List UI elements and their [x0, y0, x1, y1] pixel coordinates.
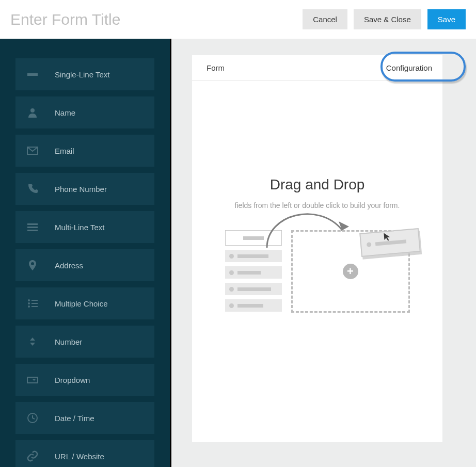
text-short-icon — [25, 68, 40, 80]
field-phone[interactable]: Phone Number — [15, 173, 154, 205]
person-icon — [25, 106, 40, 119]
field-label: Date / Time — [55, 414, 94, 423]
field-dropdown[interactable]: Dropdown — [15, 364, 154, 396]
body: Single-Line Text Name Email Phone Number — [0, 39, 476, 467]
svg-rect-11 — [27, 377, 38, 383]
dropzone-illustration: + — [192, 230, 442, 316]
link-icon — [25, 450, 40, 462]
text-lines-icon — [25, 221, 40, 233]
form-title-input[interactable] — [10, 11, 217, 28]
dropzone-title: Drag and Drop — [192, 176, 442, 193]
svg-rect-4 — [27, 230, 38, 231]
save-button[interactable]: Save — [427, 9, 466, 29]
field-label: URL / Website — [55, 452, 104, 461]
field-label: Name — [55, 108, 75, 117]
field-label: Number — [55, 337, 82, 346]
svg-point-5 — [28, 299, 30, 301]
tab-configuration[interactable]: Configuration — [386, 63, 432, 72]
arrow-icon — [257, 199, 355, 255]
sort-icon — [25, 335, 40, 348]
pin-icon — [25, 259, 40, 271]
clock-icon — [25, 412, 40, 424]
plus-icon: + — [343, 264, 358, 279]
envelope-icon — [25, 144, 40, 157]
svg-point-1 — [30, 108, 35, 112]
header-buttons: Cancel Save & Close Save — [303, 9, 466, 29]
main: Form Configuration Drag and Drop fields … — [171, 39, 476, 467]
cursor-icon — [382, 232, 392, 242]
svg-rect-10 — [31, 306, 38, 307]
tabs: Form Configuration — [192, 55, 442, 81]
field-url[interactable]: URL / Website — [15, 440, 154, 467]
field-single-line-text[interactable]: Single-Line Text — [15, 58, 154, 90]
dropzone[interactable]: Drag and Drop fields from the left or do… — [192, 81, 442, 316]
svg-point-7 — [28, 302, 30, 304]
field-label: Multi-Line Text — [55, 223, 104, 232]
cancel-button[interactable]: Cancel — [303, 9, 347, 29]
field-label: Email — [55, 147, 74, 155]
save-close-button[interactable]: Save & Close — [354, 9, 421, 29]
header: Cancel Save & Close Save — [0, 0, 476, 39]
field-email[interactable]: Email — [15, 135, 154, 167]
field-name[interactable]: Name — [15, 96, 154, 128]
field-address[interactable]: Address — [15, 249, 154, 281]
tab-form[interactable]: Form — [207, 63, 225, 72]
svg-point-9 — [28, 305, 30, 308]
phone-icon — [25, 183, 40, 195]
svg-rect-0 — [27, 73, 38, 76]
field-date-time[interactable]: Date / Time — [15, 402, 154, 434]
field-label: Dropdown — [55, 376, 90, 384]
sidebar: Single-Line Text Name Email Phone Number — [0, 39, 171, 467]
svg-rect-6 — [31, 300, 38, 301]
svg-rect-3 — [27, 227, 38, 228]
field-label: Single-Line Text — [55, 70, 109, 79]
illustration-drop-area: + — [291, 230, 410, 313]
svg-rect-2 — [27, 223, 38, 225]
field-label: Address — [55, 261, 83, 270]
field-number[interactable]: Number — [15, 326, 154, 358]
field-label: Phone Number — [55, 185, 107, 194]
form-canvas: Form Configuration Drag and Drop fields … — [192, 55, 442, 442]
field-label: Multiple Choice — [55, 299, 108, 308]
dropdown-icon — [25, 374, 40, 386]
field-multiple-choice[interactable]: Multiple Choice — [15, 287, 154, 319]
radio-list-icon — [25, 297, 40, 310]
field-multi-line-text[interactable]: Multi-Line Text — [15, 211, 154, 243]
illustration-dragging-item — [359, 228, 421, 257]
svg-rect-8 — [31, 303, 38, 304]
